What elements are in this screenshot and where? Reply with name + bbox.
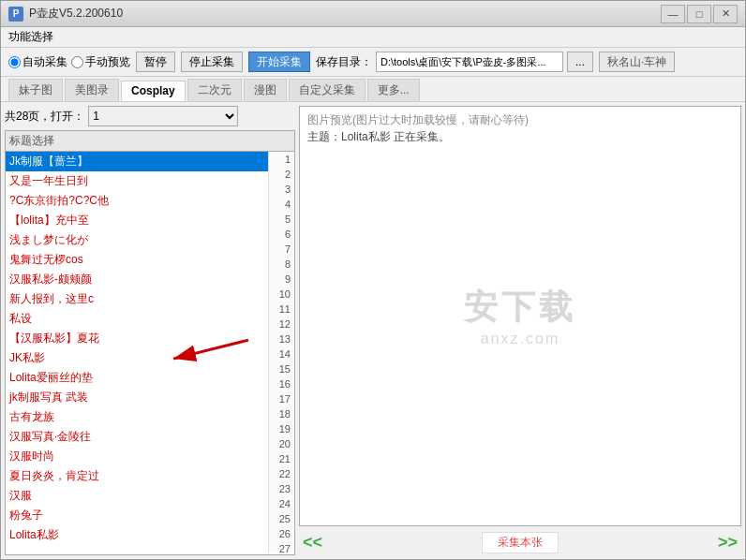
content-area: 共28页，打开： 1234 5678 9101112 13141516 1718… [1, 102, 745, 559]
list-item[interactable]: 浅まし梦に化が [6, 230, 268, 250]
list-item[interactable]: 新人报到，这里c [6, 289, 268, 309]
list-item[interactable]: 鬼舞过无椤cos [6, 250, 268, 270]
radio-auto-label[interactable]: 自动采集 [8, 54, 67, 70]
list-num: 27 [269, 541, 294, 553]
list-num: 24 [269, 496, 294, 511]
radio-auto[interactable] [8, 56, 21, 68]
collect-button[interactable]: 采集本张 [482, 532, 559, 553]
list-num: 20 [269, 436, 294, 451]
page-select[interactable]: 1234 5678 9101112 13141516 17181920 2122… [88, 106, 238, 126]
list-item[interactable]: 又是一年生日到 [6, 171, 268, 191]
list-num: 12 [269, 317, 294, 332]
total-pages-label: 共28页，打开： [5, 109, 84, 125]
list-num: 2 [269, 167, 294, 182]
tab-erci[interactable]: 二次元 [187, 79, 242, 101]
browse-button[interactable]: ... [567, 52, 593, 72]
list-num: 10 [269, 287, 294, 302]
tab-meizitu[interactable]: 妹子图 [8, 79, 63, 101]
nav-bottom: << 采集本张 >> [299, 530, 741, 555]
list-num: 4 [269, 197, 294, 212]
list-num: 8 [269, 257, 294, 272]
right-panel: 图片预览(图片过大时加载较慢，请耐心等待) 主题：Lolita私影 正在采集。 … [299, 106, 741, 555]
list-right: 1234567891011121314151617181920212223242… [268, 152, 294, 553]
list-num: 16 [269, 376, 294, 391]
nav-next[interactable]: >> [718, 533, 738, 553]
list-left: Jk制服【蔷兰】又是一年生日到?C东京街拍?C?C他【lolita】充中至浅まし… [6, 152, 268, 553]
page-selector-container: 1234 5678 9101112 13141516 17181920 2122… [88, 106, 238, 126]
list-num: 5 [269, 212, 294, 227]
list-item[interactable]: Jk制服【蔷兰】 [6, 152, 268, 171]
list-num: 13 [269, 332, 294, 346]
tab-custom[interactable]: 自定义采集 [289, 79, 366, 101]
main-window: P P壶皮V5.2.200610 — □ ✕ 功能选择 自动采集 手动预览 暂停… [0, 0, 746, 560]
list-item[interactable]: 汉服私影-颇颊颜 [6, 270, 268, 289]
minimize-button[interactable]: — [661, 5, 685, 23]
list-item[interactable]: 私设 [6, 309, 268, 329]
list-item[interactable]: 【汉服私影】夏花 [6, 329, 268, 348]
list-num: 14 [269, 346, 294, 361]
maximize-button[interactable]: □ [687, 5, 711, 23]
preview-area: 图片预览(图片过大时加载较慢，请耐心等待) 主题：Lolita私影 正在采集。 … [299, 106, 741, 526]
radio-group: 自动采集 手动预览 [8, 54, 130, 70]
tab-meitulu[interactable]: 美图录 [65, 79, 119, 101]
list-item[interactable]: 【lolita】充中至 [6, 211, 268, 230]
save-dir-input[interactable] [376, 52, 563, 72]
list-num: 26 [269, 526, 294, 541]
list-num: 6 [269, 227, 294, 242]
nav-prev[interactable]: << [303, 533, 322, 553]
tab-mantu[interactable]: 漫图 [244, 79, 287, 101]
close-button[interactable]: ✕ [713, 5, 738, 23]
list-item[interactable]: 古有龙族 [6, 407, 268, 427]
list-item[interactable]: jk制服写真 武装 [6, 388, 268, 407]
list-num: 3 [269, 182, 294, 197]
list-num: 15 [269, 361, 294, 376]
list-header: 标题选择 [6, 131, 294, 152]
list-num: 11 [269, 302, 294, 317]
list-num: 25 [269, 511, 294, 526]
watermark: 安下载 anxz.com [464, 285, 576, 347]
preview-hint: 图片预览(图片过大时加载较慢，请耐心等待) [307, 112, 529, 128]
list-item[interactable]: Lolita私影 [6, 525, 268, 545]
watermark-cn: 安下载 [464, 285, 576, 331]
special-button[interactable]: 秋名山·车神 [599, 52, 675, 72]
save-dir-group: 保存目录： ... [316, 52, 593, 72]
list-item[interactable]: 汉服 [6, 486, 268, 506]
preview-theme: 主题：Lolita私影 正在采集。 [307, 129, 450, 145]
radio-manual[interactable] [71, 56, 83, 68]
list-num: 1 [269, 152, 294, 167]
list-num: 17 [269, 391, 294, 406]
list-item[interactable]: Lolita爱丽丝的垫 [6, 368, 268, 388]
list-item[interactable]: 汉服写真·金陵往 [6, 427, 268, 447]
list-item[interactable]: 粉兔子 [6, 506, 268, 525]
list-item[interactable]: 汉服时尚 [6, 447, 268, 466]
start-button[interactable]: 开始采集 [248, 52, 310, 72]
nav-arrows-right: >> [718, 533, 738, 553]
list-num: 9 [269, 272, 294, 287]
nav-arrows: << [303, 533, 322, 553]
save-dir-label: 保存目录： [316, 54, 372, 70]
stop-button[interactable]: 停止采集 [181, 52, 243, 72]
list-num: 22 [269, 466, 294, 481]
pause-button[interactable]: 暂停 [136, 52, 175, 72]
tab-cosplay[interactable]: Cosplay [121, 81, 186, 101]
title-bar: P P壶皮V5.2.200610 — □ ✕ [1, 1, 745, 27]
list-num: 7 [269, 242, 294, 257]
list-num: 19 [269, 421, 294, 436]
toolbar: 自动采集 手动预览 暂停 停止采集 开始采集 保存目录： ... 秋名山·车神 [1, 48, 745, 77]
title-bar-buttons: — □ ✕ [661, 5, 738, 23]
radio-manual-label[interactable]: 手动预览 [71, 54, 130, 70]
radio-auto-text: 自动采集 [22, 54, 67, 70]
watermark-en: anxz.com [481, 331, 560, 347]
list-num: 21 [269, 451, 294, 466]
list-container: 标题选择 Jk制服【蔷兰】又是一年生日到?C东京街拍?C?C他【lolita】充… [5, 130, 295, 555]
tabs-area: 妹子图 美图录 Cosplay 二次元 漫图 自定义采集 更多... [1, 77, 745, 102]
list-item[interactable]: 夏日炎炎，肯定过 [6, 466, 268, 486]
tab-more[interactable]: 更多... [367, 79, 420, 101]
list-item[interactable]: ?C东京街拍?C?C他 [6, 191, 268, 211]
page-row: 共28页，打开： 1234 5678 9101112 13141516 1718… [5, 106, 295, 126]
window-title: P壶皮V5.2.200610 [29, 6, 661, 22]
menu-label: 功能选择 [8, 30, 53, 43]
left-panel: 共28页，打开： 1234 5678 9101112 13141516 1718… [5, 106, 295, 555]
list-item[interactable]: JK私影 [6, 348, 268, 368]
menu-bar: 功能选择 [1, 27, 745, 48]
